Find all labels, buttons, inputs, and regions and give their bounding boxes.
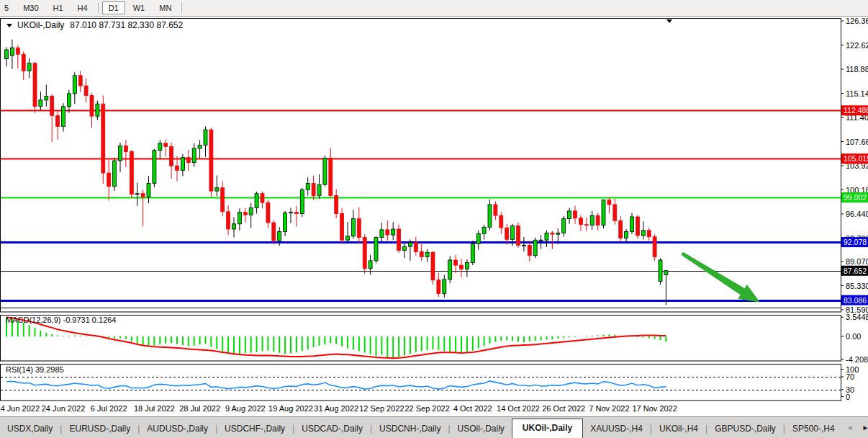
date-tick: 6 Jul 2022: [91, 404, 127, 413]
price-tick: 122.620: [846, 41, 868, 50]
macd-tick: -4.2086: [846, 355, 868, 364]
symbol-tab-bar: USDX,Daily|EURUSD-,Daily|AUDUSD-,Daily|U…: [0, 416, 868, 438]
price-tick: 115.140: [846, 89, 868, 98]
date-tick: 19 Aug 2022: [268, 404, 313, 413]
timeframe-button-w1[interactable]: W1: [127, 1, 152, 14]
chart-window[interactable]: 126.360122.620118.880115.140111.400107.6…: [0, 17, 868, 416]
date-tick: 22 Sep 2022: [404, 404, 449, 413]
macd-tick: 0.00: [846, 332, 861, 341]
toolbar-divider: [181, 2, 182, 14]
chart-tab-ukoildaily[interactable]: UKOil-,Daily: [512, 419, 583, 438]
date-tick: 14 Oct 2022: [497, 404, 540, 413]
chart-tab-eurusddaily[interactable]: EURUSD-,Daily: [62, 420, 137, 438]
date-tick: 28 Jul 2022: [179, 404, 220, 413]
svg-text:99.002: 99.002: [844, 193, 867, 202]
price-tick: 96.440: [846, 210, 868, 218]
macd-label: MACD(12,26,9) -0.9731 0.1264: [6, 316, 116, 324]
price-tick: 85.330: [846, 282, 868, 290]
chart-tab-sp500h4[interactable]: SP500-,H4: [785, 420, 842, 438]
chart-title-quote: 87.010 87.731 82.330 87.652: [70, 20, 183, 30]
chart-tab-usdxdaily[interactable]: USDX,Daily: [0, 420, 60, 438]
rsi-tick: 70: [846, 372, 854, 381]
timeframe-toolbar: 5M30H1H4D1W1MN: [0, 0, 868, 17]
timeframe-button-h4[interactable]: H4: [71, 1, 94, 14]
svg-text:105.015: 105.015: [844, 154, 868, 163]
date-tick: 7 Nov 2022: [589, 404, 629, 413]
svg-text:92.078: 92.078: [844, 238, 867, 246]
chart-tab-usdcnhdaily[interactable]: USDCNH-,Daily: [372, 420, 448, 438]
chart-tab-audusddaily[interactable]: AUDUSD-,Daily: [140, 420, 215, 438]
svg-text:87.652: 87.652: [844, 267, 867, 275]
chart-tab-ukoilh4[interactable]: UKOil-,H4: [652, 420, 705, 438]
tabs-scroll-right-icon[interactable]: ►: [858, 424, 868, 432]
timeframe-button-d1[interactable]: D1: [102, 1, 125, 14]
date-tick: 31 Aug 2022: [314, 404, 358, 413]
date-tick: 26 Oct 2022: [542, 404, 585, 413]
timeframe-button-h1[interactable]: H1: [47, 1, 70, 14]
chart-tab-usdcaddaily[interactable]: USDCAD-,Daily: [294, 420, 370, 438]
chart-title-symbol: UKOil-,Daily87.010 87.731 82.330 87.652: [17, 20, 183, 30]
date-tick: 4 Oct 2022: [453, 404, 492, 413]
timeframe-button-m30[interactable]: M30: [17, 1, 45, 14]
chart-tab-usoildaily[interactable]: USOil-,Daily: [451, 420, 512, 438]
date-tick: 12 Sep 2022: [359, 404, 404, 413]
chart-tab-usdchfdaily[interactable]: USDCHF-,Daily: [217, 420, 292, 438]
macd-tick: 3.5448: [846, 313, 868, 321]
price-tick: 89.070: [846, 257, 868, 266]
tabs-scroll-left-icon[interactable]: ◄: [842, 424, 858, 432]
timeframe-button-5[interactable]: 5: [0, 1, 15, 14]
date-tick: 24 Jun 2022: [42, 404, 86, 413]
date-tick: 17 Nov 2022: [632, 404, 677, 413]
date-tick: 18 Jul 2022: [134, 404, 175, 413]
mt4-window: 5M30H1H4D1W1MN 126.360122.620118.880115.…: [0, 0, 868, 438]
chart-canvas[interactable]: 126.360122.620118.880115.140111.400107.6…: [0, 17, 868, 416]
chart-tab-xauusdh4[interactable]: XAUUSD-,H4: [583, 420, 650, 438]
rsi-label: RSI(14) 39.2985: [6, 365, 64, 374]
date-tick: 9 Aug 2022: [225, 404, 266, 413]
price-axis: 126.360122.620118.880115.140111.400107.6…: [841, 17, 868, 314]
svg-text:112.488: 112.488: [844, 106, 868, 115]
date-tick: 14 Jun 2022: [0, 404, 40, 413]
price-tick: 118.880: [846, 65, 868, 73]
price-tick: 107.660: [846, 138, 868, 146]
chart-title: UKOil-,Daily87.010 87.731 82.330 87.652: [6, 20, 183, 30]
timeframe-button-mn[interactable]: MN: [153, 1, 178, 14]
rsi-tick: 0: [846, 393, 850, 401]
toolbar-divider: [98, 2, 99, 14]
svg-text:83.086: 83.086: [844, 296, 867, 305]
pane-frames: [1, 19, 841, 401]
price-tick: 126.360: [846, 17, 868, 25]
date-axis: 14 Jun 202224 Jun 20226 Jul 202218 Jul 2…: [0, 404, 677, 413]
chart-tab-gbpusddaily[interactable]: GBPUSD-,Daily: [707, 420, 783, 438]
